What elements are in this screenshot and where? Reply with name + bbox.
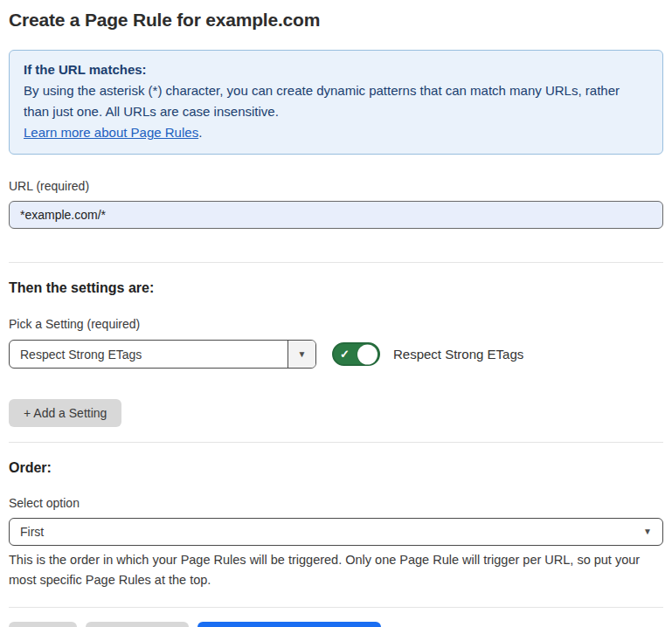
setting-row: Respect Strong ETags ▼ ✓ Respect Strong … — [9, 340, 663, 369]
chevron-down-icon: ▼ — [643, 527, 652, 536]
order-select-value: First — [20, 525, 643, 539]
form-actions: Cancel Save as Draft Save and Deploy Pag… — [9, 622, 663, 627]
info-box-link-line: Learn more about Page Rules. — [24, 122, 648, 143]
create-page-rule-form: Create a Page Rule for example.com If th… — [0, 0, 672, 627]
url-field-label: URL (required) — [9, 179, 663, 193]
save-and-deploy-button[interactable]: Save and Deploy Page Rule — [197, 622, 381, 627]
add-setting-button[interactable]: + Add a Setting — [9, 399, 121, 427]
divider — [9, 607, 663, 608]
toggle-knob — [357, 344, 378, 364]
check-icon: ✓ — [340, 348, 350, 360]
setting-toggle-label: Respect Strong ETags — [393, 347, 523, 362]
divider — [9, 262, 663, 263]
settings-section-heading: Then the settings are: — [9, 280, 663, 296]
order-section-heading: Order: — [9, 460, 663, 476]
info-box-heading: If the URL matches: — [24, 59, 648, 80]
url-matches-info-box: If the URL matches: By using the asteris… — [9, 50, 663, 155]
url-input[interactable] — [9, 201, 663, 229]
cancel-button[interactable]: Cancel — [9, 622, 77, 627]
order-help-text: This is the order in which your Page Rul… — [9, 550, 660, 590]
pick-setting-label: Pick a Setting (required) — [9, 317, 663, 331]
order-select[interactable]: First ▼ — [9, 518, 663, 546]
chevron-down-icon: ▼ — [298, 350, 307, 359]
setting-toggle[interactable]: ✓ — [332, 342, 380, 366]
page-title: Create a Page Rule for example.com — [9, 10, 663, 31]
setting-select[interactable]: Respect Strong ETags ▼ — [9, 340, 316, 369]
divider — [9, 442, 663, 443]
learn-more-link[interactable]: Learn more about Page Rules — [24, 125, 198, 140]
save-as-draft-button[interactable]: Save as Draft — [86, 622, 190, 627]
info-box-body: By using the asterisk (*) character, you… — [24, 80, 635, 122]
setting-select-arrow-button[interactable]: ▼ — [288, 341, 315, 368]
setting-select-value: Respect Strong ETags — [10, 341, 288, 368]
order-select-label: Select option — [9, 496, 663, 510]
link-period: . — [198, 125, 202, 140]
